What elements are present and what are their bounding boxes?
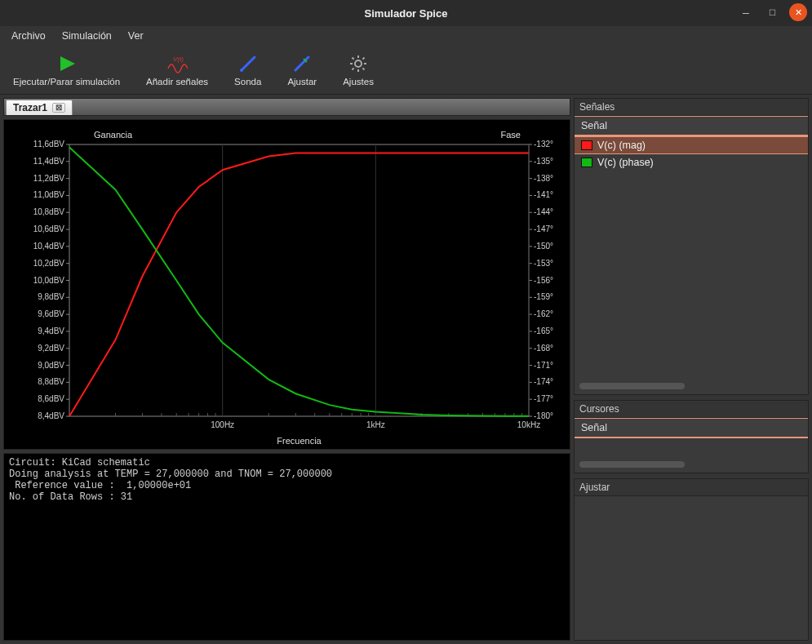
signal-label: V(c) (mag) [597,140,646,151]
svg-text:10,8dBV: 10,8dBV [33,207,65,216]
plot-tabstrip: Trazar1 ⊠ [3,98,570,116]
svg-text:11,4dBV: 11,4dBV [33,157,65,166]
svg-text:-135°: -135° [534,157,553,166]
svg-text:-138°: -138° [534,174,553,183]
run-button[interactable]: Ejecutar/Parar simulación [8,51,125,88]
svg-line-11 [362,58,364,60]
svg-text:9,6dBV: 9,6dBV [38,309,64,318]
svg-text:11,6dBV: 11,6dBV [33,140,65,149]
tab-trazar1[interactable]: Trazar1 ⊠ [6,100,73,115]
svg-text:-168°: -168° [534,344,553,353]
svg-text:10,6dBV: 10,6dBV [33,224,65,233]
svg-text:Ganancia: Ganancia [94,130,133,140]
svg-text:-171°: -171° [534,361,553,370]
svg-text:10,2dBV: 10,2dBV [33,259,65,268]
adjust-panel: Ajustar [574,478,809,641]
svg-text:10,0dBV: 10,0dBV [33,276,65,285]
menu-sim[interactable]: Simulación [55,28,118,44]
svg-text:11,2dBV: 11,2dBV [33,174,65,183]
signals-panel: Señales Señal V(c) (mag)V(c) (phase) [574,98,809,395]
svg-line-9 [362,68,364,69]
svg-text:-180°: -180° [534,411,553,420]
signals-list: V(c) (mag)V(c) (phase) [575,136,808,380]
signal-row[interactable]: V(c) (mag) [575,136,808,154]
svg-text:8,4dBV: 8,4dBV [38,411,64,420]
probe-label: Sonda [234,77,261,87]
play-icon [56,53,78,74]
svg-text:11,0dBV: 11,0dBV [33,190,65,199]
probe-button[interactable]: Sonda [229,51,266,88]
main-area: Trazar1 ⊠ GananciaFaseFrecuencia11,6dBV1… [0,95,812,644]
svg-text:9,8dBV: 9,8dBV [38,292,64,301]
console-output[interactable]: Circuit: KiCad schematic Doing analysis … [3,453,570,641]
toolbar: Ejecutar/Parar simulación V(t) Añadir se… [0,46,812,95]
tab-label: Trazar1 [13,102,47,113]
titlebar: Simulador Spice [0,0,812,26]
maximize-button[interactable] [763,3,781,21]
svg-point-2 [240,69,243,72]
svg-text:10kHz: 10kHz [517,420,540,429]
svg-rect-12 [69,144,529,416]
svg-text:9,0dBV: 9,0dBV [38,361,64,370]
plot-canvas[interactable]: GananciaFaseFrecuencia11,6dBV11,4dBV11,2… [4,120,570,449]
svg-text:9,4dBV: 9,4dBV [38,326,64,335]
svg-text:10,4dBV: 10,4dBV [33,242,65,251]
tune-button[interactable]: Ajustar [282,51,322,88]
window-title: Simulador Spice [365,7,448,20]
minimize-button[interactable] [737,3,755,21]
svg-text:-141°: -141° [534,190,553,199]
svg-text:-177°: -177° [534,394,553,403]
add-signals-button[interactable]: V(t) Añadir señales [141,51,213,88]
svg-text:8,6dBV: 8,6dBV [38,394,64,403]
add-signals-label: Añadir señales [146,77,208,87]
right-column: Señales Señal V(c) (mag)V(c) (phase) Cur… [574,95,812,644]
close-button[interactable] [789,3,807,21]
svg-text:V(t): V(t) [173,56,184,63]
svg-line-8 [353,58,354,60]
menubar: Archivo Simulación Ver [0,26,812,46]
svg-text:-147°: -147° [534,224,553,233]
svg-text:-174°: -174° [534,377,553,386]
svg-text:1kHz: 1kHz [366,420,385,429]
scrollbar-thumb[interactable] [579,461,685,468]
tune-label: Ajustar [287,77,317,87]
menu-file[interactable]: Archivo [5,28,52,44]
svg-text:9,2dBV: 9,2dBV [38,344,64,353]
svg-text:-165°: -165° [534,326,553,335]
tune-icon [291,53,313,74]
signal-row[interactable]: V(c) (phase) [575,154,808,171]
svg-text:Frecuencia: Frecuencia [277,436,322,446]
run-label: Ejecutar/Parar simulación [13,77,120,87]
cursors-column-header[interactable]: Señal [575,418,808,438]
tab-close-icon[interactable]: ⊠ [52,103,65,113]
scrollbar-thumb[interactable] [579,383,685,389]
svg-text:8,8dBV: 8,8dBV [38,377,64,386]
signals-column-header[interactable]: Señal [575,116,808,136]
svg-text:Fase: Fase [501,130,521,140]
signals-panel-title: Señales [575,99,808,116]
menu-view[interactable]: Ver [122,28,150,44]
color-swatch [581,140,592,150]
svg-text:100Hz: 100Hz [211,420,234,429]
svg-text:-156°: -156° [534,276,553,285]
svg-text:-153°: -153° [534,259,553,268]
waveform-icon: V(t) [166,53,188,74]
gear-icon [348,53,369,74]
adjust-panel-title: Ajustar [575,479,808,496]
color-swatch [581,158,592,167]
left-column: Trazar1 ⊠ GananciaFaseFrecuencia11,6dBV1… [0,95,574,644]
svg-point-3 [355,60,362,67]
svg-text:-162°: -162° [534,309,553,318]
svg-text:-132°: -132° [534,140,553,149]
plot-panel[interactable]: GananciaFaseFrecuencia11,6dBV11,4dBV11,2… [3,119,570,450]
probe-icon [237,53,259,74]
svg-marker-0 [60,56,75,71]
svg-text:-144°: -144° [534,207,553,216]
signal-label: V(c) (phase) [597,157,654,168]
window-controls [737,3,807,21]
svg-line-10 [353,68,354,69]
svg-text:-150°: -150° [534,242,553,251]
cursors-panel: Cursores Señal [574,400,809,473]
settings-label: Ajustes [343,77,374,87]
settings-button[interactable]: Ajustes [338,51,379,88]
